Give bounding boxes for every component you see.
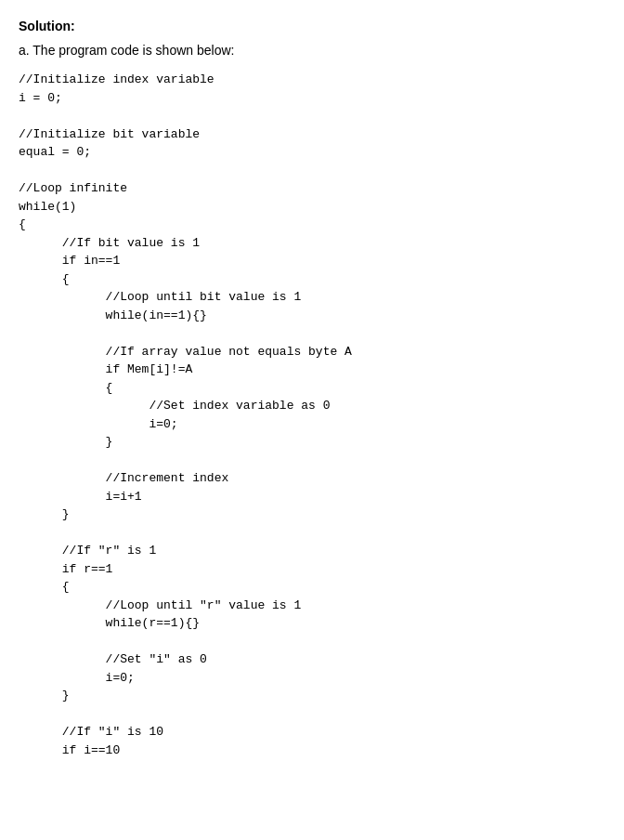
intro-text: a. The program code is shown below:: [19, 43, 605, 58]
solution-label: Solution:: [19, 19, 605, 33]
code-container: //Initialize index variable i = 0; //Ini…: [19, 71, 605, 759]
